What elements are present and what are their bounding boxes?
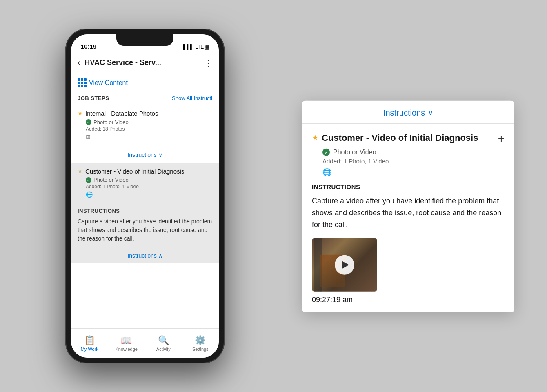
card-sub-label: Photo or Video xyxy=(333,149,376,156)
status-time: 10:19 xyxy=(81,43,96,50)
instructions-toggle-collapsed[interactable]: Instructions ∨ xyxy=(71,147,219,163)
card-header: Instructions ∨ xyxy=(302,101,514,124)
card-body: ★ Customer - Video of Initial Diagnosis … xyxy=(302,124,514,312)
battery-icon: ▓ xyxy=(205,44,209,50)
nav-item-my-work[interactable]: 📋 My Work xyxy=(71,335,108,352)
card-star-icon: ★ xyxy=(312,133,318,142)
my-work-icon: 📋 xyxy=(84,335,95,346)
job-steps-header: JOB STEPS Show All Instructi xyxy=(71,91,219,105)
phone-shell: 10:19 ▌▌▌ LTE ▓ ‹ HVAC Service - Serv...… xyxy=(65,29,225,363)
check-icon-2 xyxy=(86,177,91,183)
instructions-section: INSTRUCTIONS Capture a video after you h… xyxy=(71,203,219,248)
step-added-2: Added: 1 Photo, 1 Video xyxy=(78,184,212,189)
instructions-toggle-expanded[interactable]: Instructions ∧ xyxy=(71,248,219,263)
phone-mockup: 10:19 ▌▌▌ LTE ▓ ‹ HVAC Service - Serv...… xyxy=(65,29,225,363)
play-button[interactable] xyxy=(335,255,354,275)
knowledge-label: Knowledge xyxy=(116,347,138,352)
step-item-2[interactable]: ★ Customer - Video of Initial Diagnosis … xyxy=(71,163,219,203)
star-icon-2: ★ xyxy=(78,168,83,174)
phone-notch xyxy=(116,34,173,46)
phone-content: ★ Internal - Dataplate Photos Photo or V… xyxy=(71,105,219,328)
phone-screen: 10:19 ▌▌▌ LTE ▓ ‹ HVAC Service - Serv...… xyxy=(71,34,219,358)
card-add-button[interactable]: + xyxy=(498,132,505,145)
card-step-title-row: ★ Customer - Video of Initial Diagnosis … xyxy=(312,132,505,145)
video-overlay xyxy=(312,238,377,292)
step-sub-1: Photo or Video xyxy=(93,119,129,125)
chevron-down-icon[interactable]: ∨ xyxy=(428,109,433,117)
card-sub-row: Photo or Video xyxy=(312,149,505,156)
bottom-nav: 📋 My Work 📖 Knowledge 🔍 Activity ⚙️ Sett… xyxy=(71,328,219,358)
app-title: HVAC Service - Serv... xyxy=(84,58,200,67)
card-instructions-heading: INSTRUCTIONS xyxy=(312,183,505,190)
back-button[interactable]: ‹ xyxy=(78,58,80,68)
card-step-title: Customer - Video of Initial Diagnosis xyxy=(322,132,491,144)
view-content-bar: View Content xyxy=(71,74,219,91)
view-content-button[interactable]: View Content xyxy=(78,78,212,87)
card-globe-icon: 🌐 xyxy=(312,168,505,177)
step-title-1: Internal - Dataplate Photos xyxy=(85,109,158,118)
step-added-1: Added: 18 Photos xyxy=(78,126,212,132)
card-instructions-body: Capture a video after you have identifie… xyxy=(312,195,505,230)
activity-label: Activity xyxy=(156,347,171,352)
globe-icon-2: 🌐 xyxy=(78,191,212,198)
instructions-card: Instructions ∨ ★ Customer - Video of Ini… xyxy=(302,101,514,312)
step-title-2: Customer - Video of Initial Diagnosis xyxy=(85,167,184,176)
step-item-1[interactable]: ★ Internal - Dataplate Photos Photo or V… xyxy=(71,105,219,147)
status-icons: ▌▌▌ LTE ▓ xyxy=(183,44,209,50)
show-all-button[interactable]: Show All Instructi xyxy=(172,95,212,101)
nav-item-settings[interactable]: ⚙️ Settings xyxy=(182,335,219,352)
video-thumbnail[interactable] xyxy=(312,238,377,292)
instructions-link-1: Instructions ∨ xyxy=(127,151,162,158)
knowledge-icon: 📖 xyxy=(121,335,132,346)
nav-item-knowledge[interactable]: 📖 Knowledge xyxy=(108,335,145,352)
more-menu-button[interactable]: ⋮ xyxy=(204,58,212,68)
signal-icon: ▌▌▌ xyxy=(183,44,194,50)
card-check-icon xyxy=(322,149,330,156)
grid-icon xyxy=(78,78,87,87)
star-icon-1: ★ xyxy=(78,110,83,116)
step-sub-2: Photo or Video xyxy=(93,177,129,183)
job-steps-label: JOB STEPS xyxy=(78,95,109,101)
my-work-label: My Work xyxy=(81,347,98,352)
scan-icon-1: ⊞ xyxy=(78,134,86,142)
card-header-title: Instructions xyxy=(383,108,425,118)
view-content-label: View Content xyxy=(89,79,128,87)
instructions-heading: INSTRUCTIONS xyxy=(78,208,212,214)
activity-icon: 🔍 xyxy=(158,335,169,346)
instructions-link-2: Instructions ∧ xyxy=(127,252,162,259)
settings-icon: ⚙️ xyxy=(195,335,206,346)
instructions-body: Capture a video after you have identifie… xyxy=(78,217,212,243)
play-icon xyxy=(342,261,349,269)
video-timestamp: 09:27:19 am xyxy=(312,296,505,304)
nav-item-activity[interactable]: 🔍 Activity xyxy=(145,335,182,352)
settings-label: Settings xyxy=(192,347,209,352)
card-added-label: Added: 1 Photo, 1 Video xyxy=(312,158,505,165)
app-header: ‹ HVAC Service - Serv... ⋮ xyxy=(71,52,219,74)
check-icon-1 xyxy=(86,119,91,125)
lte-label: LTE xyxy=(195,44,204,50)
